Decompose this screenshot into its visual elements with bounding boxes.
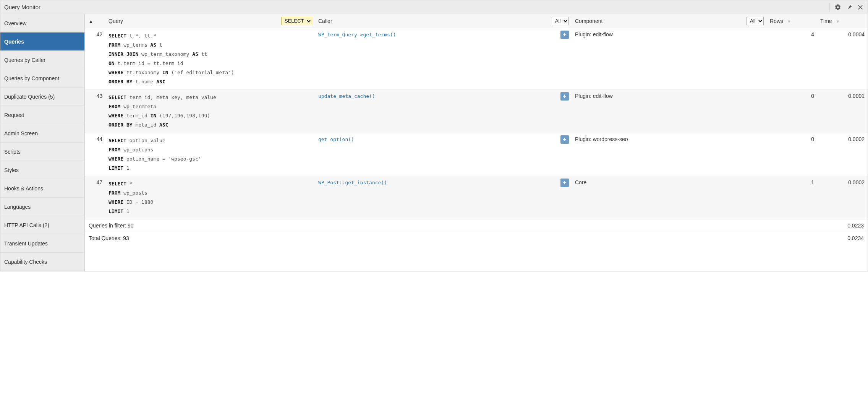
table-row: 47SELECT * FROM wp_posts WHERE ID = 1880… <box>85 176 868 219</box>
component-cell: Plugin: edit-flow <box>572 28 767 89</box>
query-sql: SELECT term_id, meta_key, meta_value FRO… <box>108 93 312 130</box>
sidebar-item[interactable]: Transient Updates <box>0 234 84 253</box>
col-rows-header[interactable]: Rows ▼ <box>767 14 817 28</box>
sidebar-item[interactable]: Duplicate Queries (5) <box>0 88 84 106</box>
row-index: 42 <box>85 28 105 89</box>
expand-button[interactable]: + <box>560 92 569 101</box>
sidebar-item[interactable]: Styles <box>0 161 84 179</box>
sidebar-item[interactable]: Languages <box>0 198 84 216</box>
sidebar-item[interactable]: Queries <box>0 32 84 51</box>
col-rows-label: Rows <box>770 18 783 24</box>
time-cell: 0.0002 <box>817 176 868 219</box>
col-query-label: Query <box>108 18 123 24</box>
sidebar-item[interactable]: Queries by Caller <box>0 51 84 69</box>
query-sql: SELECT option_value FROM wp_options WHER… <box>108 136 312 173</box>
qm-panel: Query Monitor OverviewQueriesQueries by … <box>0 0 868 271</box>
caller-link[interactable]: WP_Post::get_instance() <box>318 180 387 185</box>
caller-cell: update_meta_cache()+ <box>315 89 572 133</box>
sidebar-item[interactable]: HTTP API Calls (2) <box>0 216 84 234</box>
caller-filter[interactable]: All <box>552 17 569 25</box>
sidebar-item[interactable]: Capability Checks <box>0 253 84 271</box>
queries-table: ▲ Query SELECT Call <box>85 14 868 244</box>
sidebar-item-label: Queries by Component <box>4 75 59 81</box>
sidebar-item-label: Overview <box>4 20 26 26</box>
caller-cell: WP_Post::get_instance()+ <box>315 176 572 219</box>
main-content: ▲ Query SELECT Call <box>85 14 868 271</box>
sidebar-item-label: Queries <box>4 39 24 45</box>
sidebar-nav: OverviewQueriesQueries by CallerQueries … <box>0 14 85 271</box>
sidebar-item-label: HTTP API Calls (2) <box>4 222 49 228</box>
query-cell: SELECT t.*, tt.* FROM wp_terms AS t INNE… <box>105 28 315 89</box>
caller-cell: WP_Term_Query->get_terms()+ <box>315 28 572 89</box>
sidebar-item-label: Capability Checks <box>4 259 47 265</box>
table-row: 43SELECT term_id, meta_key, meta_value F… <box>85 89 868 133</box>
sidebar-item[interactable]: Admin Screen <box>0 124 84 143</box>
query-cell: SELECT term_id, meta_key, meta_value FRO… <box>105 89 315 133</box>
col-query-header: Query SELECT <box>105 14 315 28</box>
expand-button[interactable]: + <box>560 31 569 39</box>
expand-button[interactable]: + <box>560 135 569 144</box>
query-sql: SELECT * FROM wp_posts WHERE ID = 1880 L… <box>108 179 312 216</box>
sidebar-item-label: Transient Updates <box>4 240 48 247</box>
row-index: 43 <box>85 89 105 133</box>
pin-icon[interactable] <box>845 3 854 12</box>
component-cell: Plugin: wordpress-seo <box>572 133 767 176</box>
component-cell: Core <box>572 176 767 219</box>
rows-cell: 1 <box>767 176 817 219</box>
sidebar-item[interactable]: Queries by Component <box>0 69 84 88</box>
caller-cell: get_option()+ <box>315 133 572 176</box>
rows-cell: 4 <box>767 28 817 89</box>
header-toolbar <box>828 3 865 12</box>
component-filter[interactable]: All <box>747 17 764 25</box>
sidebar-item[interactable]: Overview <box>0 14 84 32</box>
sidebar-item-label: Languages <box>4 204 31 210</box>
close-icon[interactable] <box>856 3 865 11</box>
footer-filter-time: 0.0223 <box>817 219 868 232</box>
footer-filter-label: Queries in filter: 90 <box>85 219 817 232</box>
sidebar-item[interactable]: Request <box>0 106 84 124</box>
row-index: 44 <box>85 133 105 176</box>
col-time-label: Time <box>820 18 832 24</box>
rows-cell: 0 <box>767 133 817 176</box>
sidebar-item[interactable]: Scripts <box>0 143 84 161</box>
footer-total-time: 0.0234 <box>817 232 868 245</box>
caller-link[interactable]: WP_Term_Query->get_terms() <box>318 32 396 37</box>
panel-title: Query Monitor <box>3 4 40 10</box>
query-type-filter[interactable]: SELECT <box>281 17 312 25</box>
sidebar-item-label: Hooks & Actions <box>4 185 43 192</box>
caller-link[interactable]: get_option() <box>318 136 354 142</box>
query-cell: SELECT * FROM wp_posts WHERE ID = 1880 L… <box>105 176 315 219</box>
time-cell: 0.0002 <box>817 133 868 176</box>
expand-button[interactable]: + <box>560 179 569 187</box>
caller-link[interactable]: update_meta_cache() <box>318 93 375 99</box>
sidebar-item-label: Scripts <box>4 149 21 155</box>
row-index: 47 <box>85 176 105 219</box>
table-row: 42SELECT t.*, tt.* FROM wp_terms AS t IN… <box>85 28 868 89</box>
sidebar-item-label: Queries by Caller <box>4 57 45 63</box>
sidebar-item-label: Admin Screen <box>4 130 38 136</box>
panel-header: Query Monitor <box>0 0 868 14</box>
gear-icon[interactable] <box>833 3 842 12</box>
col-caller-header: Caller All <box>315 14 572 28</box>
header-separator <box>829 3 829 11</box>
sort-icon[interactable]: ▼ <box>785 19 791 24</box>
query-sql: SELECT t.*, tt.* FROM wp_terms AS t INNE… <box>108 31 312 86</box>
col-caller-label: Caller <box>318 18 332 24</box>
rows-cell: 0 <box>767 89 817 133</box>
query-cell: SELECT option_value FROM wp_options WHER… <box>105 133 315 176</box>
col-time-header[interactable]: Time ▼ <box>817 14 868 28</box>
component-cell: Plugin: edit-flow <box>572 89 767 133</box>
sidebar-item-label: Styles <box>4 167 19 173</box>
sidebar-item[interactable]: Hooks & Actions <box>0 179 84 198</box>
col-index-header[interactable]: ▲ <box>85 14 105 28</box>
col-component-label: Component <box>575 18 602 24</box>
sort-icon[interactable]: ▼ <box>833 19 840 24</box>
time-cell: 0.0004 <box>817 28 868 89</box>
sidebar-item-label: Duplicate Queries (5) <box>4 94 55 100</box>
footer-total-label: Total Queries: 93 <box>85 232 817 245</box>
table-row: 44SELECT option_value FROM wp_options WH… <box>85 133 868 176</box>
time-cell: 0.0001 <box>817 89 868 133</box>
sort-asc-icon[interactable]: ▲ <box>88 19 94 24</box>
sidebar-item-label: Request <box>4 112 24 118</box>
col-component-header: Component All <box>572 14 767 28</box>
